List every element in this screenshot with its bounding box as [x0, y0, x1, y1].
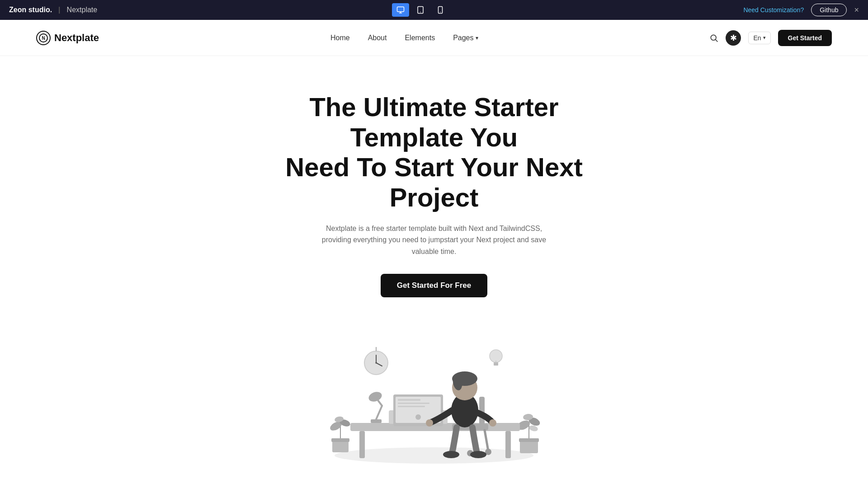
mobile-icon [436, 6, 444, 14]
svg-point-51 [426, 419, 433, 427]
hero-illustration [298, 315, 570, 471]
nav-right-actions: ✱ En ▾ Get Started [709, 30, 832, 46]
get-started-nav-button[interactable]: Get Started [778, 30, 832, 46]
svg-rect-0 [397, 7, 404, 12]
svg-point-52 [489, 419, 496, 427]
main-nav: N Nextplate Home About Elements Pages ▾ [0, 20, 868, 56]
hero-subtitle: Nextplate is a free starter template bui… [312, 223, 556, 258]
nav-item-pages[interactable]: Pages ▾ [453, 34, 478, 42]
nav-link-about[interactable]: About [368, 34, 387, 42]
device-switcher [392, 3, 449, 17]
lang-label: En [753, 34, 761, 42]
nav-link-home[interactable]: Home [330, 34, 350, 42]
brand-name: Zeon studio. [9, 6, 52, 14]
desktop-icon [396, 6, 405, 14]
svg-rect-19 [519, 438, 539, 442]
chevron-down-icon: ▾ [476, 35, 478, 41]
svg-line-36 [376, 406, 382, 419]
nav-logo-text: Nextplate [54, 32, 99, 44]
github-button[interactable]: Github [811, 4, 847, 16]
logo-icon: N [36, 31, 51, 45]
svg-point-53 [443, 451, 459, 458]
svg-rect-32 [398, 403, 429, 404]
top-bar-actions: Need Customization? Github × [743, 4, 859, 16]
avatar[interactable]: ✱ [726, 30, 741, 46]
top-bar: Zeon studio. | Nextplate [0, 0, 868, 20]
svg-point-24 [528, 424, 538, 432]
customization-link[interactable]: Need Customization? [743, 6, 804, 14]
hero-section: The Ultimate Starter Template You Need T… [0, 56, 868, 471]
nav-link-pages[interactable]: Pages ▾ [453, 34, 478, 42]
lang-chevron-icon: ▾ [763, 35, 766, 41]
search-button[interactable] [709, 33, 718, 42]
tablet-icon [416, 6, 425, 14]
svg-point-60 [490, 350, 502, 362]
hero-illustration-svg [298, 315, 570, 469]
nav-item-elements[interactable]: Elements [405, 34, 435, 42]
nav-logo[interactable]: N Nextplate [36, 31, 99, 45]
svg-point-34 [415, 414, 421, 420]
top-bar-brand: Zeon studio. | Nextplate [9, 6, 97, 14]
mobile-device-button[interactable] [432, 3, 449, 17]
avatar-icon: ✱ [730, 33, 737, 43]
svg-line-42 [485, 430, 488, 451]
svg-rect-27 [505, 431, 511, 458]
top-bar-divider: | [58, 6, 60, 14]
nav-item-about[interactable]: About [368, 34, 387, 42]
svg-rect-13 [331, 438, 349, 442]
close-button[interactable]: × [854, 5, 859, 15]
nextplate-logo-svg: N [39, 33, 48, 42]
svg-rect-31 [398, 399, 420, 401]
template-name: Nextplate [67, 6, 98, 14]
svg-point-6 [440, 12, 441, 13]
svg-point-9 [711, 35, 717, 40]
search-icon [709, 33, 718, 42]
svg-rect-63 [494, 364, 498, 366]
svg-point-54 [470, 451, 486, 458]
tablet-device-button[interactable] [412, 3, 429, 17]
svg-text:N: N [42, 36, 45, 41]
hero-title: The Ultimate Starter Template You Need T… [276, 92, 592, 213]
svg-line-10 [716, 39, 718, 42]
language-selector[interactable]: En ▾ [748, 32, 770, 44]
nav-links: Home About Elements Pages ▾ [330, 34, 478, 42]
svg-rect-26 [359, 431, 365, 458]
get-started-free-button[interactable]: Get Started For Free [381, 274, 487, 297]
svg-point-38 [367, 390, 383, 403]
desktop-device-button[interactable] [392, 3, 409, 17]
nav-link-elements[interactable]: Elements [405, 34, 435, 42]
svg-point-4 [420, 12, 421, 13]
svg-rect-33 [398, 406, 425, 407]
nav-item-home[interactable]: Home [330, 34, 350, 42]
